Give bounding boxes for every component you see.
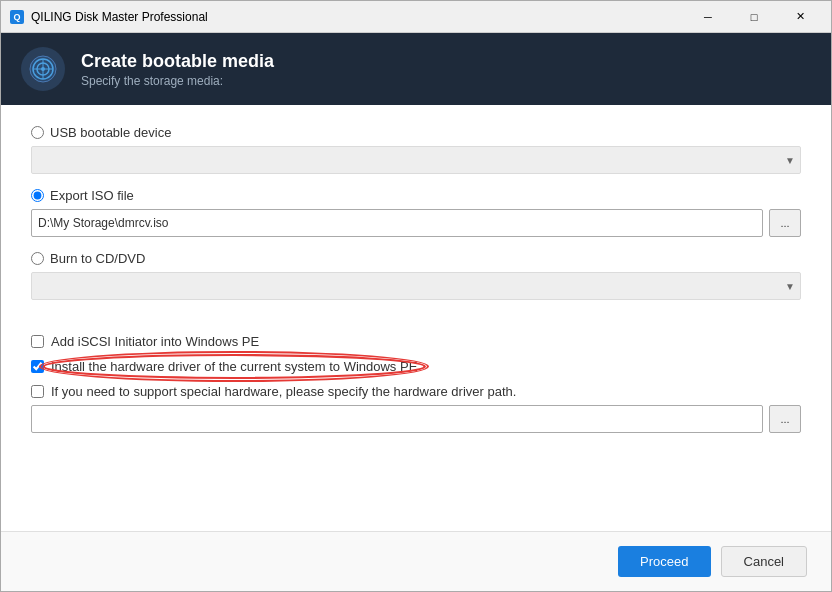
special-hardware-label-text: If you need to support special hardware,… xyxy=(51,384,516,399)
iso-path-input[interactable] xyxy=(31,209,763,237)
spacer xyxy=(31,314,801,334)
cddvd-option-label: Burn to CD/DVD xyxy=(50,251,145,266)
dialog-title: Create bootable media xyxy=(81,51,274,72)
dialog-header: Create bootable media Specify the storag… xyxy=(1,33,831,105)
usb-radio[interactable] xyxy=(31,126,44,139)
iso-option-label: Export ISO file xyxy=(50,188,134,203)
iscsi-checkbox-label[interactable]: Add iSCSI Initiator into Windows PE xyxy=(31,334,801,349)
dialog-content: USB bootable device ▼ Export ISO file ..… xyxy=(1,105,831,531)
iso-path-row: ... xyxy=(31,209,801,237)
special-hardware-checkbox-label[interactable]: If you need to support special hardware,… xyxy=(31,384,801,399)
proceed-button[interactable]: Proceed xyxy=(618,546,710,577)
hardware-driver-checkbox-label[interactable]: Install the hardware driver of the curre… xyxy=(31,359,801,374)
hardware-driver-option: Install the hardware driver of the curre… xyxy=(51,359,417,374)
iso-option-group: Export ISO file ... xyxy=(31,188,801,237)
iscsi-label-text: Add iSCSI Initiator into Windows PE xyxy=(51,334,259,349)
header-icon xyxy=(21,47,65,91)
cancel-button[interactable]: Cancel xyxy=(721,546,807,577)
main-window: Q QILING Disk Master Professional ─ □ ✕ … xyxy=(0,0,832,592)
cddvd-radio-label[interactable]: Burn to CD/DVD xyxy=(31,251,801,266)
special-hardware-checkbox[interactable] xyxy=(31,385,44,398)
hardware-driver-label-text: Install the hardware driver of the curre… xyxy=(51,359,417,374)
special-hardware-path-input[interactable] xyxy=(31,405,763,433)
svg-text:Q: Q xyxy=(13,12,20,22)
iscsi-checkbox[interactable] xyxy=(31,335,44,348)
special-hardware-path-row: ... xyxy=(31,405,801,433)
special-hardware-group: If you need to support special hardware,… xyxy=(31,384,801,437)
cddvd-radio[interactable] xyxy=(31,252,44,265)
iso-radio-label[interactable]: Export ISO file xyxy=(31,188,801,203)
minimize-button[interactable]: ─ xyxy=(685,1,731,33)
usb-option-label: USB bootable device xyxy=(50,125,171,140)
window-title: QILING Disk Master Professional xyxy=(31,10,685,24)
title-bar: Q QILING Disk Master Professional ─ □ ✕ xyxy=(1,1,831,33)
maximize-button[interactable]: □ xyxy=(731,1,777,33)
usb-dropdown xyxy=(31,146,801,174)
usb-option-group: USB bootable device ▼ xyxy=(31,125,801,174)
cddvd-dropdown-wrapper: ▼ xyxy=(31,272,801,300)
cddvd-dropdown xyxy=(31,272,801,300)
header-text: Create bootable media Specify the storag… xyxy=(81,51,274,88)
checkbox-group: Add iSCSI Initiator into Windows PE Inst… xyxy=(31,334,801,437)
special-hardware-browse-button[interactable]: ... xyxy=(769,405,801,433)
hardware-driver-checkbox[interactable] xyxy=(31,360,44,373)
dialog-footer: Proceed Cancel xyxy=(1,531,831,591)
usb-radio-label[interactable]: USB bootable device xyxy=(31,125,801,140)
dialog-subtitle: Specify the storage media: xyxy=(81,74,274,88)
app-icon: Q xyxy=(9,9,25,25)
usb-dropdown-wrapper: ▼ xyxy=(31,146,801,174)
iso-radio[interactable] xyxy=(31,189,44,202)
close-button[interactable]: ✕ xyxy=(777,1,823,33)
iso-browse-button[interactable]: ... xyxy=(769,209,801,237)
window-controls: ─ □ ✕ xyxy=(685,1,823,33)
cddvd-option-group: Burn to CD/DVD ▼ xyxy=(31,251,801,300)
